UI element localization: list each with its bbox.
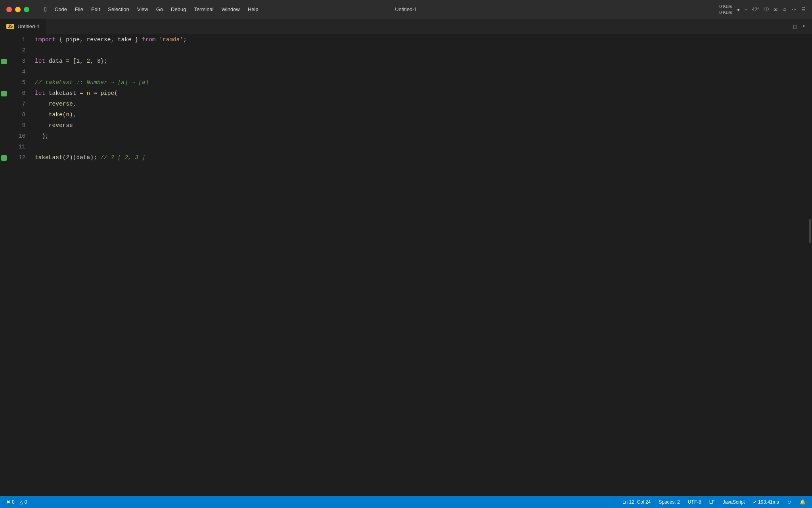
code-line: );: [32, 131, 806, 142]
titlebar:  Code File Edit Selection View Go Debug…: [0, 0, 812, 19]
minimize-button[interactable]: [15, 7, 21, 12]
line-number: 1: [8, 35, 25, 45]
code-line: let data = [1, 2, 3};: [32, 56, 806, 67]
menu-go[interactable]: Go: [153, 6, 166, 13]
editor: 123456789101112 import { pipe, reverse, …: [0, 35, 812, 496]
more-icon: ⋯: [792, 7, 797, 12]
network-stat: 0 KB/s0 KB/s: [719, 4, 732, 15]
menu-help[interactable]: Help: [245, 6, 262, 13]
user-icon: ☺: [782, 7, 787, 12]
titlebar-left:  Code File Edit Selection View Go Debug…: [6, 5, 262, 14]
breakpoint-slot[interactable]: [0, 99, 8, 110]
line-number: 9: [8, 120, 25, 131]
cursor-position[interactable]: Ln 12, Col 24: [622, 499, 651, 505]
dropbox-icon: ●: [737, 7, 740, 12]
tabbar: JS Untitled-1 ◫ •: [0, 19, 812, 35]
breakpoint-slot[interactable]: [0, 77, 8, 88]
tab-untitled[interactable]: JS Untitled-1: [0, 19, 46, 34]
eol[interactable]: LF: [709, 499, 715, 505]
tab-label: Untitled-1: [17, 23, 40, 29]
code-line: takeLast(2)(data); // ? [ 2, 3 ]: [32, 152, 806, 163]
close-button[interactable]: [6, 7, 12, 12]
code-line: reverse: [32, 120, 806, 131]
menu-terminal[interactable]: Terminal: [191, 6, 216, 13]
notification-icon[interactable]: 🔔: [800, 499, 806, 505]
breakpoint-slot[interactable]: [0, 142, 8, 152]
breakpoint-slot[interactable]: [0, 56, 8, 67]
code-line: take(n),: [32, 110, 806, 120]
statusbar-left: ✖ 0 △ 0: [6, 499, 27, 505]
traffic-lights: [6, 7, 29, 12]
warning-number: 0: [25, 499, 27, 505]
code-line: reverse,: [32, 99, 806, 110]
info-icon: ⓘ: [764, 6, 769, 13]
line-number: 3: [8, 56, 25, 67]
breakpoint-slot[interactable]: [0, 45, 8, 56]
breakpoint-gutter: [0, 35, 8, 496]
maximize-button[interactable]: [24, 7, 29, 12]
breakpoint-slot[interactable]: [0, 35, 8, 45]
breakpoint-indicator: [1, 59, 7, 64]
line-number: 10: [8, 131, 25, 142]
line-number: 5: [8, 77, 25, 88]
line-number: 6: [8, 88, 25, 99]
apple-menu[interactable]: : [41, 5, 50, 14]
code-area[interactable]: import { pipe, reverse, take } from 'ram…: [32, 35, 806, 496]
tab-actions: ◫ •: [793, 23, 812, 31]
titlebar-right: 0 KB/s0 KB/s ● ≈ 42° ⓘ ✉ ☺ ⋯ ☰: [719, 4, 806, 15]
code-line: import { pipe, reverse, take } from 'ram…: [32, 35, 806, 45]
breakpoint-indicator: [1, 91, 7, 96]
breakpoint-slot[interactable]: [0, 120, 8, 131]
timing: ✔ 193.41ms: [753, 499, 779, 505]
breakpoint-indicator: [1, 155, 7, 161]
emoji-icon[interactable]: ☺: [787, 499, 792, 505]
statusbar-right: Ln 12, Col 24 Spaces: 2 UTF-8 LF JavaScr…: [622, 499, 806, 505]
error-count[interactable]: ✖ 0 △ 0: [6, 499, 27, 505]
chat-icon: ✉: [774, 7, 778, 12]
breakpoint-slot[interactable]: [0, 131, 8, 142]
scrollbar-thumb[interactable]: [809, 219, 811, 243]
line-number: 8: [8, 110, 25, 120]
menu-debug[interactable]: Debug: [168, 6, 189, 13]
code-line: // takeLast :: Number → [a] → [a]: [32, 77, 806, 88]
breakpoint-slot[interactable]: [0, 88, 8, 99]
breakpoint-slot[interactable]: [0, 110, 8, 120]
list-icon: ☰: [801, 7, 806, 12]
indentation[interactable]: Spaces: 2: [659, 499, 680, 505]
breakpoint-slot[interactable]: [0, 67, 8, 77]
encoding[interactable]: UTF-8: [688, 499, 701, 505]
line-number: 11: [8, 142, 25, 152]
line-number: 2: [8, 45, 25, 56]
code-line: [32, 45, 806, 56]
menu-bar:  Code File Edit Selection View Go Debug…: [41, 5, 262, 14]
menu-edit[interactable]: Edit: [88, 6, 103, 13]
code-line: let takeLast = n ⇒ pipe(: [32, 88, 806, 99]
code-line: [32, 142, 806, 152]
error-number: 0: [12, 499, 15, 505]
code-line: [32, 67, 806, 77]
menu-code[interactable]: Code: [52, 6, 70, 13]
line-number: 4: [8, 67, 25, 77]
more-actions-icon[interactable]: •: [802, 23, 806, 30]
warning-icon: △: [19, 499, 23, 505]
js-badge: JS: [6, 24, 14, 29]
window-title: Untitled-1: [395, 6, 417, 12]
menu-file[interactable]: File: [72, 6, 86, 13]
language-mode[interactable]: JavaScript: [723, 499, 745, 505]
breakpoint-slot[interactable]: [0, 152, 8, 163]
wifi-icon: ≈: [745, 7, 747, 12]
menu-selection[interactable]: Selection: [105, 6, 132, 13]
line-number: 12: [8, 152, 25, 163]
menu-window[interactable]: Window: [218, 6, 243, 13]
menu-view[interactable]: View: [134, 6, 151, 13]
scrollbar[interactable]: [806, 35, 812, 496]
statusbar: ✖ 0 △ 0 Ln 12, Col 24 Spaces: 2 UTF-8 LF…: [0, 496, 812, 508]
split-editor-icon[interactable]: ◫: [793, 23, 797, 31]
error-icon: ✖: [6, 499, 10, 505]
line-numbers: 123456789101112: [8, 35, 32, 496]
temperature: 42°: [752, 7, 759, 12]
line-number: 7: [8, 99, 25, 110]
